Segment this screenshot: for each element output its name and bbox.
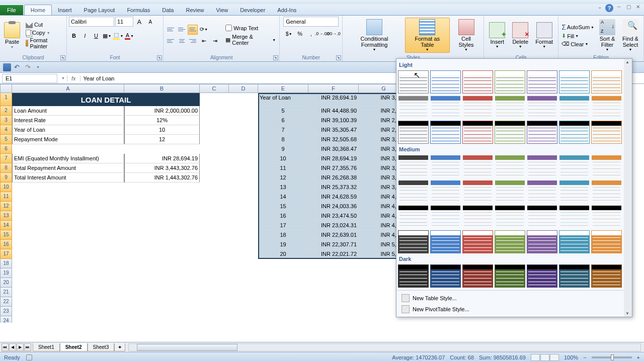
cell[interactable]: INR 28,694.19 bbox=[308, 154, 359, 163]
new-table-style-button[interactable]: New Table Style... bbox=[398, 293, 630, 304]
conditional-formatting-button[interactable]: Conditional Formatting▼ bbox=[345, 18, 404, 53]
row-header-20[interactable]: 20 bbox=[0, 278, 12, 288]
row-header-7[interactable]: 7 bbox=[0, 154, 12, 163]
row-header-21[interactable]: 21 bbox=[0, 288, 12, 297]
row-header-23[interactable]: 23 bbox=[0, 307, 12, 316]
cell[interactable]: Repayment Mode bbox=[12, 135, 124, 144]
bold-button[interactable]: B bbox=[69, 31, 79, 41]
font-launcher[interactable]: ⬊ bbox=[157, 55, 162, 60]
align-top-button[interactable] bbox=[166, 25, 176, 35]
align-middle-button[interactable] bbox=[177, 25, 187, 35]
cell[interactable]: 10 bbox=[124, 125, 200, 135]
row-header-6[interactable]: 6 bbox=[0, 144, 12, 154]
font-name-select[interactable] bbox=[69, 17, 114, 27]
font-size-select[interactable] bbox=[115, 17, 133, 27]
row-header-15[interactable]: 15 bbox=[0, 230, 12, 240]
table-style-swatch[interactable] bbox=[495, 264, 525, 288]
table-style-swatch[interactable] bbox=[591, 180, 622, 203]
table-style-swatch[interactable] bbox=[495, 180, 525, 203]
cell-styles-button[interactable]: Cell Styles▼ bbox=[451, 18, 482, 53]
cell[interactable]: 11 bbox=[258, 163, 308, 173]
cell[interactable]: 14 bbox=[258, 192, 308, 202]
cell[interactable]: 9 bbox=[258, 144, 308, 154]
table-style-swatch[interactable] bbox=[591, 205, 622, 228]
row-header-22[interactable]: 22 bbox=[0, 297, 12, 307]
table-style-swatch[interactable] bbox=[591, 70, 622, 94]
cell[interactable]: INR 27,355.76 bbox=[308, 163, 359, 173]
table-style-swatch[interactable] bbox=[527, 205, 557, 228]
cell[interactable]: INR 39,100.39 bbox=[308, 116, 359, 125]
col-header-B[interactable]: B bbox=[124, 84, 200, 93]
table-style-swatch[interactable] bbox=[398, 96, 429, 119]
col-header-A[interactable]: A bbox=[12, 84, 124, 93]
table-style-swatch[interactable] bbox=[430, 121, 461, 144]
table-style-swatch[interactable] bbox=[591, 155, 622, 178]
table-style-swatch[interactable] bbox=[430, 230, 461, 253]
cell[interactable]: INR 23,474.50 bbox=[308, 211, 359, 221]
fill-color-button[interactable]: ⬚▼ bbox=[113, 31, 123, 41]
undo-icon[interactable] bbox=[14, 63, 22, 71]
number-format-select[interactable] bbox=[283, 17, 339, 27]
cell[interactable]: INR 22,021.72 bbox=[308, 249, 359, 259]
shrink-font-button[interactable]: A bbox=[145, 17, 155, 27]
table-style-swatch[interactable] bbox=[559, 230, 590, 253]
tab-add-ins[interactable]: Add-Ins bbox=[271, 5, 302, 15]
table-style-swatch[interactable] bbox=[527, 155, 557, 178]
cell[interactable]: 10 bbox=[258, 154, 308, 163]
table-style-swatch[interactable] bbox=[559, 264, 590, 288]
tab-nav-last[interactable]: ⏭ bbox=[24, 343, 31, 351]
insert-cells-button[interactable]: Insert▼ bbox=[486, 21, 508, 50]
table-style-swatch[interactable] bbox=[527, 230, 557, 253]
table-style-swatch[interactable] bbox=[398, 155, 429, 178]
normal-view-button[interactable] bbox=[531, 354, 540, 361]
row-header-4[interactable]: 4 bbox=[0, 125, 12, 135]
new-pivot-style-button[interactable]: New PivotTable Style... bbox=[398, 304, 630, 315]
page-break-view-button[interactable] bbox=[550, 354, 559, 361]
cell[interactable]: INR 23,024.31 bbox=[308, 221, 359, 230]
macro-record-icon[interactable] bbox=[26, 354, 32, 360]
redo-icon[interactable] bbox=[25, 63, 33, 71]
table-style-swatch[interactable] bbox=[495, 155, 525, 178]
sheet-tab-sheet2[interactable]: Sheet2 bbox=[60, 343, 88, 351]
table-style-swatch[interactable] bbox=[527, 264, 557, 288]
cell[interactable]: 12 bbox=[258, 173, 308, 183]
table-style-swatch[interactable] bbox=[430, 155, 461, 178]
select-all-corner[interactable] bbox=[0, 84, 12, 93]
cell[interactable]: EMI (Equated Monthly Installment) bbox=[12, 154, 124, 163]
table-style-swatch[interactable] bbox=[462, 180, 493, 203]
page-layout-view-button[interactable] bbox=[540, 354, 549, 361]
sort-filter-button[interactable]: AZ↓Sort & Filter▼ bbox=[596, 18, 618, 53]
percent-button[interactable]: % bbox=[295, 29, 305, 39]
table-style-swatch[interactable] bbox=[430, 205, 461, 228]
table-style-swatch[interactable] bbox=[495, 230, 525, 253]
clipboard-launcher[interactable]: ⬊ bbox=[60, 55, 65, 60]
cell[interactable]: 19 bbox=[258, 240, 308, 249]
cell[interactable]: INR 28,694.19 bbox=[124, 154, 200, 163]
cell[interactable]: Loan Amount bbox=[12, 106, 124, 116]
table-style-swatch[interactable] bbox=[430, 70, 461, 94]
cell[interactable]: 17 bbox=[258, 221, 308, 230]
underline-button[interactable]: U bbox=[91, 31, 101, 41]
cell[interactable]: INR 28,694.19 bbox=[308, 93, 359, 106]
col-header-C[interactable]: C bbox=[200, 84, 229, 93]
ribbon-min-icon[interactable]: ⌄ bbox=[596, 4, 604, 11]
table-style-swatch[interactable] bbox=[527, 121, 557, 144]
number-launcher[interactable]: ⬊ bbox=[336, 55, 341, 60]
find-select-button[interactable]: 🔍Find & Select▼ bbox=[619, 18, 641, 53]
row-header-17[interactable]: 17 bbox=[0, 249, 12, 259]
tab-nav-next[interactable]: ▶ bbox=[17, 343, 24, 351]
italic-button[interactable]: I bbox=[80, 31, 90, 41]
name-box[interactable] bbox=[2, 74, 57, 83]
tab-formulas[interactable]: Formulas bbox=[121, 5, 156, 15]
grow-font-button[interactable]: A bbox=[134, 17, 144, 27]
table-style-swatch[interactable] bbox=[527, 96, 557, 119]
align-center-button[interactable] bbox=[177, 36, 187, 46]
cell[interactable]: INR 2,000,000.00 bbox=[124, 106, 200, 116]
fx-icon[interactable]: fx bbox=[67, 75, 80, 81]
table-style-swatch[interactable] bbox=[430, 96, 461, 119]
table-style-swatch[interactable] bbox=[398, 180, 429, 203]
table-style-swatch[interactable] bbox=[495, 70, 525, 94]
delete-cells-button[interactable]: Delete▼ bbox=[509, 21, 531, 50]
tab-nav-first[interactable]: ⏮ bbox=[2, 343, 9, 351]
cell[interactable]: Total Repayment Amount bbox=[12, 163, 124, 173]
